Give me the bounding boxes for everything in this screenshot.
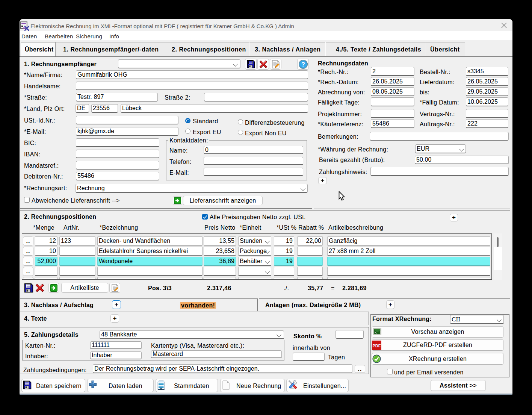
svg-text:PDF: PDF xyxy=(373,344,381,348)
svg-text:?: ? xyxy=(301,61,305,68)
